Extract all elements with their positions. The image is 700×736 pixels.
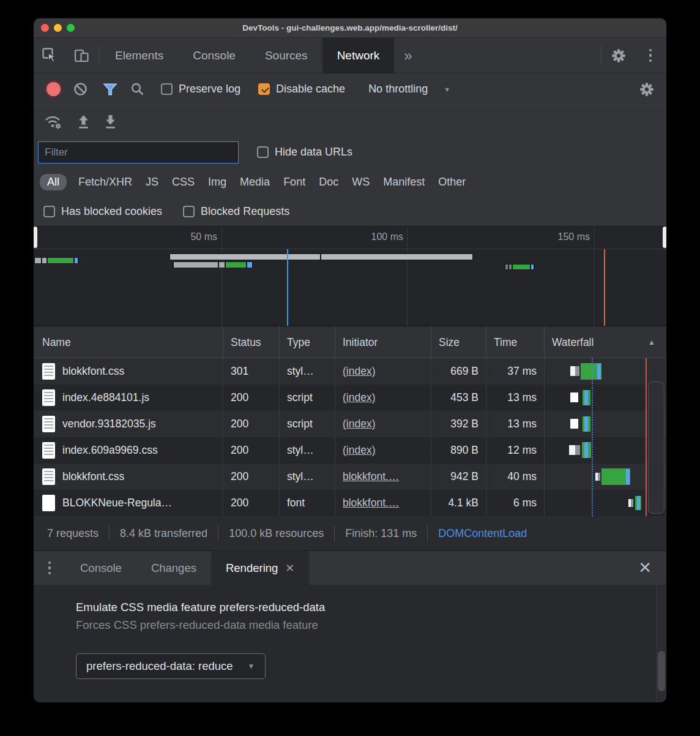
- device-toolbar-button[interactable]: [65, 38, 97, 73]
- drawer-tab-console[interactable]: Console: [65, 551, 136, 585]
- preserve-log-checkbox[interactable]: [161, 83, 173, 95]
- hide-data-urls-control[interactable]: Hide data URLs: [257, 146, 352, 159]
- dom-content-loaded-marker: [287, 249, 288, 326]
- request-type-filters: All Fetch/XHR JS CSS Img Media Font Doc …: [34, 167, 666, 197]
- filter-chip-font[interactable]: Font: [277, 174, 312, 190]
- table-row[interactable]: vendor.93182035.js 200 script (index) 39…: [34, 411, 666, 437]
- tab-elements[interactable]: Elements: [100, 38, 178, 73]
- preserve-log-control[interactable]: Preserve log: [161, 83, 240, 96]
- table-row[interactable]: BLOKKNeue-Regula… 200 font blokkfont.… 4…: [34, 490, 666, 516]
- main-menu-button[interactable]: [635, 38, 666, 73]
- export-har-button[interactable]: [97, 110, 124, 134]
- overview-right-resize-handle[interactable]: [663, 227, 666, 248]
- network-overview-timeline[interactable]: 50 ms 100 ms 150 ms: [34, 227, 666, 326]
- network-conditions-button[interactable]: [40, 110, 67, 134]
- waterfall-scrollbar-thumb[interactable]: [648, 381, 665, 514]
- drawer-tabbar: Console Changes Rendering ✕ ✕: [34, 551, 666, 585]
- disable-cache-checkbox[interactable]: [258, 83, 270, 95]
- filter-input[interactable]: [38, 141, 239, 163]
- filter-chip-all[interactable]: All: [40, 174, 67, 190]
- filter-toggle-button[interactable]: [97, 77, 124, 102]
- initiator-link[interactable]: (index): [343, 444, 376, 457]
- waterfall-bar: [635, 496, 641, 510]
- initiator-link[interactable]: (index): [343, 391, 376, 404]
- clear-network-log-button[interactable]: [67, 77, 94, 102]
- column-header-waterfall[interactable]: Waterfall ▲: [545, 326, 666, 358]
- prefers-reduced-data-select[interactable]: prefers-reduced-data: reduce ▼: [76, 653, 266, 679]
- preserve-log-label: Preserve log: [179, 83, 240, 96]
- close-tab-icon[interactable]: ✕: [285, 561, 294, 575]
- table-row[interactable]: blokkfont.css 301 styl… (index) 669 B 37…: [34, 358, 666, 385]
- column-header-name[interactable]: Name: [34, 326, 223, 358]
- wifi-gear-icon: [44, 114, 62, 130]
- overview-request-bar: [173, 261, 253, 268]
- disable-cache-control[interactable]: Disable cache: [258, 83, 345, 96]
- throttling-value: No throttling: [368, 83, 428, 96]
- drawer-tab-changes[interactable]: Changes: [136, 551, 211, 585]
- requests-count: 7 requests: [47, 527, 99, 540]
- has-blocked-cookies-checkbox[interactable]: [43, 206, 55, 217]
- column-header-time[interactable]: Time: [486, 326, 545, 358]
- main-tabbar: Elements Console Sources Network »: [34, 38, 666, 73]
- stylesheet-file-icon: [42, 363, 55, 380]
- initiator-link[interactable]: blokkfont.…: [343, 497, 399, 509]
- script-file-icon: [42, 416, 55, 432]
- table-row[interactable]: blokkfont.css 200 styl… blokkfont.… 942 …: [34, 464, 666, 490]
- initiator-link[interactable]: blokkfont.…: [343, 470, 399, 483]
- more-tabs-button[interactable]: »: [394, 38, 422, 73]
- dom-content-loaded-line: [592, 358, 593, 516]
- filter-chip-manifest[interactable]: Manifest: [376, 174, 431, 190]
- tab-network[interactable]: Network: [322, 38, 395, 73]
- initiator-link[interactable]: (index): [343, 418, 376, 430]
- drawer-menu-button[interactable]: [34, 551, 65, 585]
- filter-chip-ws[interactable]: WS: [345, 174, 376, 190]
- filter-chip-js[interactable]: JS: [139, 174, 165, 190]
- overview-request-bar: [34, 257, 79, 264]
- import-har-button[interactable]: [70, 110, 97, 134]
- has-blocked-cookies-control[interactable]: Has blocked cookies: [43, 205, 162, 218]
- close-window-button[interactable]: [41, 24, 49, 32]
- sort-ascending-icon: ▲: [648, 338, 659, 347]
- waterfall-bar: [583, 390, 590, 405]
- inspect-element-button[interactable]: [34, 38, 65, 73]
- column-header-initiator[interactable]: Initiator: [335, 326, 431, 358]
- overview-request-bar: [504, 264, 535, 270]
- panel-scrollbar[interactable]: [656, 585, 666, 702]
- settings-button[interactable]: [603, 38, 635, 73]
- network-settings-button[interactable]: [633, 77, 660, 102]
- tab-console[interactable]: Console: [178, 38, 250, 73]
- table-row[interactable]: index.609a9969.css 200 styl… (index) 890…: [34, 437, 666, 464]
- column-header-type[interactable]: Type: [280, 326, 335, 358]
- search-button[interactable]: [124, 77, 151, 102]
- panel-scrollbar-thumb[interactable]: [658, 651, 665, 691]
- clear-icon: [73, 81, 88, 97]
- hide-data-urls-checkbox[interactable]: [257, 146, 269, 158]
- table-row[interactable]: index.4e884101.js 200 script (index) 453…: [34, 385, 666, 411]
- drawer-tab-rendering[interactable]: Rendering ✕: [211, 551, 309, 585]
- filter-chip-css[interactable]: CSS: [165, 174, 201, 190]
- column-header-status[interactable]: Status: [223, 326, 280, 358]
- initiator-link[interactable]: (index): [343, 365, 376, 378]
- zoom-window-button[interactable]: [67, 24, 75, 32]
- separator: [99, 47, 99, 64]
- blocked-requests-control[interactable]: Blocked Requests: [183, 205, 289, 218]
- filter-chip-img[interactable]: Img: [201, 174, 233, 190]
- filter-chip-other[interactable]: Other: [431, 174, 472, 190]
- overview-left-resize-handle[interactable]: [34, 227, 37, 248]
- network-summary-bar: 7 requests 8.4 kB transferred 100.0 kB r…: [34, 516, 666, 551]
- tab-sources[interactable]: Sources: [250, 38, 322, 73]
- throttling-dropdown[interactable]: No throttling ▼: [368, 83, 450, 96]
- filter-chip-doc[interactable]: Doc: [312, 174, 345, 190]
- chevron-down-icon: ▼: [444, 86, 450, 93]
- overview-ruler-divider: [34, 249, 666, 249]
- gear-icon: [611, 48, 627, 64]
- close-drawer-button[interactable]: ✕: [624, 551, 666, 585]
- requests-table-header: Name Status Type Initiator Size Time Wat…: [34, 326, 666, 358]
- column-header-size[interactable]: Size: [431, 326, 486, 358]
- filter-chip-fetch-xhr[interactable]: Fetch/XHR: [72, 174, 139, 190]
- record-network-log-button[interactable]: [40, 77, 67, 102]
- filter-chip-media[interactable]: Media: [233, 174, 277, 190]
- font-file-icon: [42, 495, 55, 511]
- blocked-requests-checkbox[interactable]: [183, 206, 195, 217]
- minimize-window-button[interactable]: [54, 24, 62, 32]
